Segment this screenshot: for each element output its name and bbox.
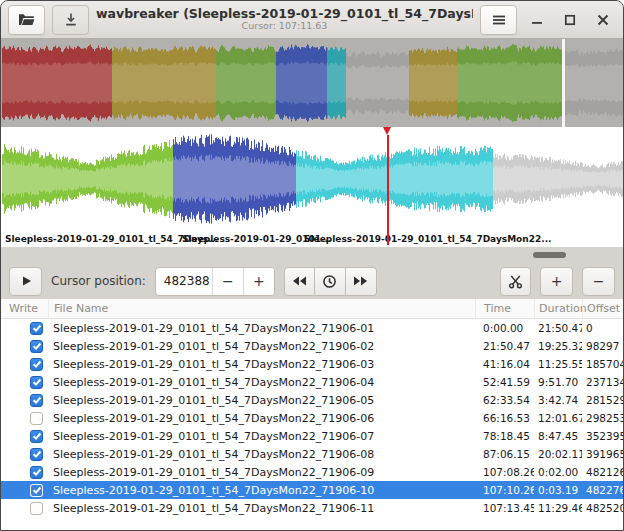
play-icon — [19, 274, 33, 288]
header-bar: wavbreaker (Sleepless-2019-01-29_0101_tl… — [1, 1, 623, 39]
column-header-time[interactable]: Time — [475, 299, 534, 318]
duration-cell: 21:50.47 — [534, 322, 582, 334]
time-cell: 0:00.00 — [475, 322, 534, 334]
write-checkbox[interactable] — [30, 484, 43, 497]
wave-segment-label: Sleepless-2019-01-29_0101_tl_54_7DaysMon… — [304, 234, 551, 244]
overview-waveform-canvas[interactable] — [2, 39, 624, 127]
track-row[interactable]: Sleepless-2019-01-29_0101_tl_54_7DaysMon… — [1, 481, 623, 499]
write-checkbox[interactable] — [30, 340, 43, 353]
track-list-rows: Sleepless-2019-01-29_0101_tl_54_7DaysMon… — [1, 319, 623, 517]
main-waveform[interactable]: Sleepless-2019-01-29_0101_tl_54_7Days...… — [1, 127, 623, 247]
minimize-button[interactable] — [524, 7, 550, 33]
open-file-button[interactable] — [8, 5, 45, 35]
offset-cell: 482276 — [582, 484, 623, 496]
cursor-position-spinbox: 482388 − + — [155, 267, 275, 296]
time-cell: 107:10.26 — [475, 484, 534, 496]
file-name-cell: Sleepless-2019-01-29_0101_tl_54_7DaysMon… — [48, 484, 475, 497]
spin-increment-button[interactable]: + — [243, 268, 274, 295]
write-checkbox[interactable] — [30, 394, 43, 407]
cut-button[interactable] — [500, 267, 531, 296]
horizontal-scrollbar[interactable] — [1, 247, 623, 263]
add-part-button[interactable]: + — [540, 267, 573, 296]
cursor-position-label: Cursor position: — [51, 274, 146, 288]
track-row[interactable]: Sleepless-2019-01-29_0101_tl_54_7DaysMon… — [1, 337, 623, 355]
folder-open-icon — [18, 12, 35, 27]
track-row[interactable]: Sleepless-2019-01-29_0101_tl_54_7DaysMon… — [1, 355, 623, 373]
wavbreaker-window: wavbreaker (Sleepless-2019-01-29_0101_tl… — [0, 0, 624, 531]
seek-button-group — [284, 267, 377, 296]
track-row[interactable]: Sleepless-2019-01-29_0101_tl_54_7DaysMon… — [1, 445, 623, 463]
seek-backward-button[interactable] — [284, 267, 315, 296]
offset-cell: 391965 — [582, 448, 623, 460]
track-row[interactable]: Sleepless-2019-01-29_0101_tl_54_7DaysMon… — [1, 391, 623, 409]
track-row[interactable]: Sleepless-2019-01-29_0101_tl_54_7DaysMon… — [1, 373, 623, 391]
column-header-file-name[interactable]: File Name — [48, 299, 475, 318]
column-header-duration[interactable]: Duration — [534, 299, 582, 318]
spin-decrement-button[interactable]: − — [212, 268, 243, 295]
close-button[interactable] — [590, 7, 616, 33]
toolbar: Cursor position: 482388 − + — [1, 263, 623, 299]
offset-cell: 298253 — [582, 412, 623, 424]
track-row[interactable]: Sleepless-2019-01-29_0101_tl_54_7DaysMon… — [1, 499, 623, 517]
minimize-icon — [531, 14, 543, 26]
offset-cell: 0 — [582, 322, 623, 334]
track-row[interactable]: Sleepless-2019-01-29_0101_tl_54_7DaysMon… — [1, 427, 623, 445]
cursor-line — [387, 135, 389, 245]
cursor-marker[interactable] — [383, 127, 391, 135]
time-cell: 87:06.15 — [475, 448, 534, 460]
write-checkbox[interactable] — [30, 466, 43, 479]
scrollbar-thumb[interactable] — [533, 252, 566, 258]
track-row[interactable]: Sleepless-2019-01-29_0101_tl_54_7DaysMon… — [1, 319, 623, 337]
overview-waveform[interactable] — [1, 39, 623, 127]
time-cell: 107:08.26 — [475, 466, 534, 478]
time-cell: 21:50.47 — [475, 340, 534, 352]
maximize-icon — [564, 14, 576, 26]
window-title: wavbreaker (Sleepless-2019-01-29_0101_tl… — [96, 7, 473, 21]
file-name-cell: Sleepless-2019-01-29_0101_tl_54_7DaysMon… — [48, 412, 475, 425]
offset-cell: 237134 — [582, 376, 623, 388]
offset-cell: 482520 — [582, 502, 623, 514]
main-waveform-canvas[interactable] — [2, 129, 624, 229]
duration-cell: 0:03.19 — [534, 484, 582, 496]
cursor-status: Cursor: 107:11.63 — [96, 21, 473, 31]
file-name-cell: Sleepless-2019-01-29_0101_tl_54_7DaysMon… — [48, 394, 475, 407]
column-header-offset[interactable]: Offset — [582, 299, 623, 318]
jump-to-time-button[interactable] — [315, 267, 346, 296]
time-cell: 52:41.59 — [475, 376, 534, 388]
time-cell: 78:18.45 — [475, 430, 534, 442]
track-list: WriteFile NameTimeDurationOffset Sleeple… — [1, 299, 623, 531]
menu-button[interactable] — [480, 5, 517, 35]
file-name-cell: Sleepless-2019-01-29_0101_tl_54_7DaysMon… — [48, 322, 475, 335]
track-row[interactable]: Sleepless-2019-01-29_0101_tl_54_7DaysMon… — [1, 409, 623, 427]
offset-cell: 281529 — [582, 394, 623, 406]
write-checkbox[interactable] — [30, 412, 43, 425]
offset-cell: 98297 — [582, 340, 623, 352]
save-button[interactable] — [52, 5, 89, 35]
duration-cell: 9:51.70 — [534, 376, 582, 388]
duration-cell: 19:25.32 — [534, 340, 582, 352]
offset-cell: 482126 — [582, 466, 623, 478]
write-checkbox[interactable] — [30, 322, 43, 335]
write-checkbox[interactable] — [30, 358, 43, 371]
duration-cell: 12:01.67 — [534, 412, 582, 424]
file-name-cell: Sleepless-2019-01-29_0101_tl_54_7DaysMon… — [48, 376, 475, 389]
write-checkbox[interactable] — [30, 502, 43, 515]
time-cell: 62:33.54 — [475, 394, 534, 406]
offset-cell: 185704 — [582, 358, 623, 370]
play-button[interactable] — [9, 267, 42, 296]
duration-cell: 11:29.46 — [534, 502, 582, 514]
duration-cell: 8:47.45 — [534, 430, 582, 442]
file-name-cell: Sleepless-2019-01-29_0101_tl_54_7DaysMon… — [48, 502, 475, 515]
write-checkbox[interactable] — [30, 448, 43, 461]
seek-forward-button[interactable] — [346, 267, 377, 296]
cursor-position-input[interactable]: 482388 — [156, 268, 212, 295]
remove-part-button[interactable]: − — [582, 267, 615, 296]
column-header-write[interactable]: Write — [1, 299, 48, 318]
file-name-cell: Sleepless-2019-01-29_0101_tl_54_7DaysMon… — [48, 358, 475, 371]
time-cell: 66:16.53 — [475, 412, 534, 424]
write-checkbox[interactable] — [30, 376, 43, 389]
track-row[interactable]: Sleepless-2019-01-29_0101_tl_54_7DaysMon… — [1, 463, 623, 481]
write-checkbox[interactable] — [30, 430, 43, 443]
file-name-cell: Sleepless-2019-01-29_0101_tl_54_7DaysMon… — [48, 466, 475, 479]
maximize-button[interactable] — [557, 7, 583, 33]
